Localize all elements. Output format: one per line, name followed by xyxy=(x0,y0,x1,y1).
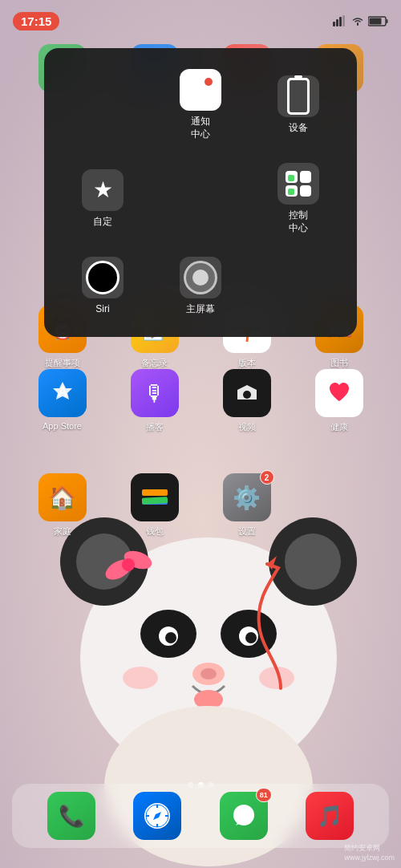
control-center-label: 控制中心 xyxy=(289,209,308,234)
dock-messages[interactable]: 81 xyxy=(212,792,276,840)
menu-item-control-center[interactable]: 控制中心 xyxy=(253,155,344,242)
notification-center-icon xyxy=(186,75,215,104)
control-center-icon-wrap xyxy=(277,163,319,205)
reminder-label: 提醒事项 xyxy=(45,357,80,369)
appstore-svg: A xyxy=(48,379,77,408)
customize-label: 自定 xyxy=(93,216,112,229)
app-appstore[interactable]: A App Store xyxy=(30,369,95,433)
health-svg xyxy=(323,377,355,409)
podcasts-label: 播客 xyxy=(146,421,164,433)
appstore-label: App Store xyxy=(43,421,82,431)
tv-label: 视频 xyxy=(238,421,256,433)
notification-center-icon-wrap xyxy=(180,69,221,111)
wallet-label: 钱包 xyxy=(146,525,164,537)
siri-icon-wrap xyxy=(82,257,124,298)
siri-label: Siri xyxy=(95,303,109,316)
wallet-icon[interactable] xyxy=(131,473,179,521)
appstore-icon[interactable]: A xyxy=(38,369,87,417)
menu-item-notification-center[interactable]: 通知中心 xyxy=(155,61,246,148)
signal-icon xyxy=(333,15,347,26)
watermark-line2: www.jylzwj.com xyxy=(344,854,395,862)
health-label: 健康 xyxy=(330,421,348,433)
customize-icon-wrap: ★ xyxy=(82,169,124,211)
svg-point-20 xyxy=(122,558,135,571)
settings-badge: 2 xyxy=(260,470,274,485)
svg-point-16 xyxy=(123,667,158,689)
dock: 📞 81 🎵 xyxy=(12,784,389,848)
status-bar: 17:15 xyxy=(0,0,401,35)
watermark: 简约安卓网 www.jylzwj.com xyxy=(344,843,395,862)
svg-point-10 xyxy=(165,632,176,643)
device-icon xyxy=(287,78,310,115)
podcasts-icon[interactable]: 🎙 xyxy=(131,369,179,417)
svg-rect-25 xyxy=(342,15,345,26)
arrow-overlay xyxy=(237,520,309,700)
context-menu[interactable]: 通知中心 设备 ★ 自定 控制中心 Siri xyxy=(44,48,357,337)
star-icon: ★ xyxy=(93,176,113,203)
siri-icon xyxy=(86,261,119,294)
home-screen-label: 主屏幕 xyxy=(186,303,215,316)
main-apps-row: A App Store 🎙 播客 视频 健康 xyxy=(0,369,401,433)
menu-item-siri[interactable]: Siri xyxy=(57,249,148,324)
settings-icon[interactable]: ⚙️ 2 xyxy=(223,473,271,521)
menu-item-customize[interactable]: ★ 自定 xyxy=(57,155,148,242)
svg-point-13 xyxy=(200,668,217,679)
svg-rect-27 xyxy=(387,19,388,23)
cc-toggle-3 xyxy=(286,185,298,197)
app-tv[interactable]: 视频 xyxy=(215,369,279,433)
battery-icon xyxy=(368,16,388,26)
phone-icon[interactable]: 📞 xyxy=(47,792,95,840)
svg-text:A: A xyxy=(58,385,67,399)
svg-rect-37 xyxy=(141,497,167,505)
wifi-icon xyxy=(351,16,364,26)
svg-rect-22 xyxy=(333,22,335,26)
second-apps-row: 🏠 家庭 钱包 ⚙️ 2 设置 xyxy=(0,473,401,537)
health-icon[interactable] xyxy=(315,369,363,417)
status-time: 17:15 xyxy=(13,12,59,30)
svg-rect-28 xyxy=(370,18,382,24)
app-home[interactable]: 🏠 家庭 xyxy=(30,473,95,537)
svg-rect-23 xyxy=(336,19,338,26)
svg-rect-24 xyxy=(339,17,342,26)
arrow-svg xyxy=(237,520,309,696)
wallet-svg xyxy=(139,481,171,513)
notes-label: 备忘录 xyxy=(141,357,168,369)
dock-phone[interactable]: 📞 xyxy=(39,792,103,840)
app-health[interactable]: 健康 xyxy=(307,369,371,433)
cc-toggle-4 xyxy=(300,185,312,197)
photos-label: 版本 xyxy=(238,357,256,369)
device-icon-wrap xyxy=(277,75,319,117)
dock-music[interactable]: 🎵 xyxy=(298,792,362,840)
svg-point-32 xyxy=(243,391,251,399)
safari-svg xyxy=(143,801,172,830)
device-label: 设备 xyxy=(289,122,308,135)
status-icons xyxy=(333,15,388,26)
messages-svg xyxy=(229,801,258,830)
dock-safari[interactable] xyxy=(125,792,189,840)
home-screen-icon xyxy=(184,261,217,294)
notification-center-label: 通知中心 xyxy=(191,116,210,140)
menu-item-device[interactable]: 设备 xyxy=(253,61,344,148)
safari-icon[interactable] xyxy=(133,792,181,840)
app-placeholder xyxy=(307,473,371,537)
tv-icon[interactable] xyxy=(223,369,271,417)
ibooks-label: 图书 xyxy=(330,357,348,369)
cc-toggle-1 xyxy=(286,171,298,183)
watermark-line1: 简约安卓网 xyxy=(344,843,395,854)
control-center-icon xyxy=(286,171,311,197)
messages-badge: 81 xyxy=(256,788,272,802)
music-icon[interactable]: 🎵 xyxy=(306,792,354,840)
home-app-label: 家庭 xyxy=(54,525,71,537)
home-app-icon[interactable]: 🏠 xyxy=(38,473,87,521)
cc-toggle-2 xyxy=(300,171,312,183)
svg-rect-35 xyxy=(142,489,168,496)
app-wallet[interactable]: 钱包 xyxy=(123,473,187,537)
menu-item-home-screen[interactable]: 主屏幕 xyxy=(155,249,246,324)
tv-svg xyxy=(231,377,263,409)
messages-icon[interactable]: 81 xyxy=(220,792,268,840)
app-podcasts[interactable]: 🎙 播客 xyxy=(123,369,187,433)
home-screen-icon-wrap xyxy=(180,257,221,298)
svg-point-40 xyxy=(233,805,254,825)
